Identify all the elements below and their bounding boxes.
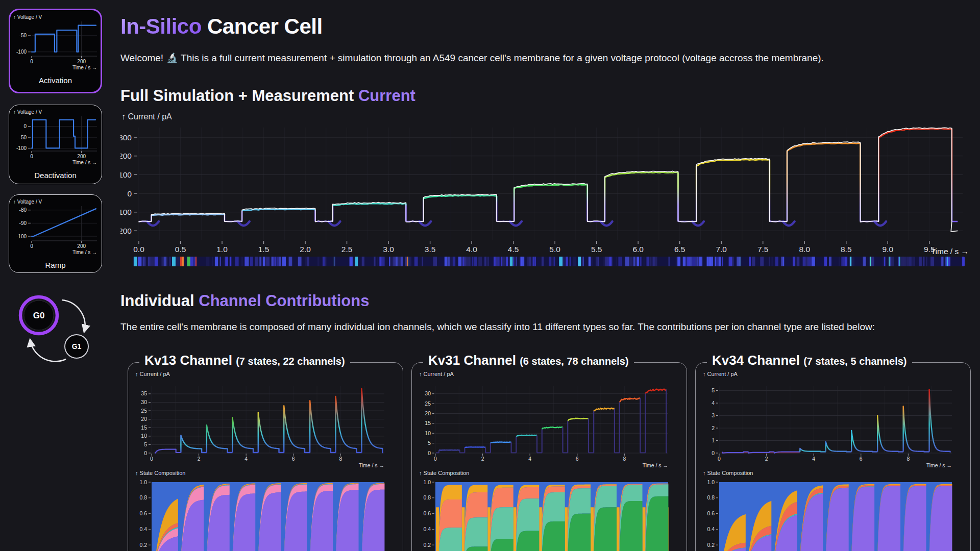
channel-current-ylabel: ↑ Current / pA (703, 371, 738, 377)
svg-text:6.0: 6.0 (632, 245, 644, 254)
svg-text:G0: G0 (33, 311, 45, 320)
svg-text:35: 35 (141, 390, 147, 396)
svg-text:2: 2 (712, 425, 715, 431)
protocol-card-activation[interactable]: ↑ Voltage / V-50-1000200Time / s → Activ… (9, 9, 102, 93)
svg-text:0.8: 0.8 (423, 494, 431, 500)
svg-text:Time / s →: Time / s → (72, 160, 97, 165)
app-root: ↑ Voltage / V-50-1000200Time / s → Activ… (0, 0, 980, 551)
kv13-state-composition-chart: 1.00.80.60.40.2 (129, 478, 403, 551)
svg-text:100: 100 (120, 170, 132, 179)
svg-text:8: 8 (623, 456, 626, 462)
svg-text:8: 8 (906, 456, 910, 462)
svg-text:Time / s →: Time / s → (72, 65, 97, 70)
svg-text:0: 0 (30, 59, 33, 64)
protocol-label: Activation (39, 76, 72, 85)
svg-text:1.0: 1.0 (707, 479, 715, 485)
svg-text:7.5: 7.5 (757, 245, 769, 254)
svg-text:3: 3 (712, 412, 715, 418)
svg-text:0: 0 (718, 456, 721, 462)
svg-text:1.0: 1.0 (216, 245, 228, 254)
svg-text:Time / s →: Time / s → (359, 462, 384, 468)
welcome-text: Welcome! 🔬 This is a full current measur… (120, 52, 824, 64)
svg-text:0: 0 (30, 243, 33, 249)
svg-text:-50: -50 (19, 33, 27, 38)
svg-text:8.0: 8.0 (799, 245, 810, 254)
svg-text:-100: -100 (16, 234, 27, 239)
svg-text:1.0: 1.0 (139, 479, 147, 485)
svg-text:2: 2 (765, 456, 768, 462)
svg-text:0.2: 0.2 (423, 542, 431, 548)
svg-text:0.6: 0.6 (707, 510, 715, 516)
svg-text:-50: -50 (19, 135, 27, 140)
svg-text:Time / s →: Time / s → (72, 249, 97, 255)
svg-text:-80: -80 (19, 207, 27, 213)
main-current-chart: 30020010001002000.00.51.01.52.02.53.03.5… (120, 116, 976, 255)
svg-text:7.0: 7.0 (716, 245, 727, 254)
svg-text:4: 4 (528, 456, 531, 462)
svg-text:0: 0 (434, 456, 437, 462)
svg-text:2.0: 2.0 (300, 245, 311, 254)
svg-text:0: 0 (150, 456, 153, 462)
svg-text:Time / s →: Time / s → (643, 462, 668, 468)
svg-text:0.0: 0.0 (133, 245, 144, 254)
svg-text:10: 10 (425, 430, 431, 436)
svg-text:20: 20 (141, 416, 147, 422)
svg-text:0.4: 0.4 (423, 526, 431, 532)
svg-text:5: 5 (712, 387, 715, 393)
svg-text:100: 100 (120, 208, 132, 216)
channel-card-kv13: Kv13 Channel (7 states, 22 channels) ↑ C… (128, 362, 403, 551)
cell-cycle-diagram[interactable]: G0G1 (13, 292, 101, 369)
svg-text:↑ Voltage / V: ↑ Voltage / V (13, 109, 42, 115)
channel-card-title: Kv34 Channel (7 states, 5 channels) (707, 353, 912, 368)
svg-text:5: 5 (144, 441, 147, 447)
svg-text:0.8: 0.8 (707, 494, 715, 500)
kv31-state-composition-chart: 1.00.80.60.40.2 (413, 478, 687, 551)
channel-state-ylabel: ↑ State Composition (703, 470, 753, 476)
svg-text:8: 8 (339, 456, 342, 462)
channel-card-title: Kv31 Channel (6 states, 78 channels) (423, 353, 634, 368)
svg-text:0.8: 0.8 (139, 494, 147, 500)
svg-text:-90: -90 (19, 220, 27, 226)
svg-text:10: 10 (141, 433, 147, 439)
svg-text:0.2: 0.2 (139, 542, 147, 548)
svg-text:Time / s →: Time / s → (931, 247, 969, 255)
svg-text:300: 300 (120, 133, 132, 142)
svg-text:↑ Voltage / V: ↑ Voltage / V (13, 14, 42, 20)
svg-text:0.6: 0.6 (423, 510, 431, 516)
svg-text:6.5: 6.5 (674, 245, 685, 254)
deactivation-thumbnail-chart: ↑ Voltage / V0-50-1000200Time / s → (11, 108, 100, 170)
section-heading-contributions: Individual Channel Contributions (120, 292, 369, 310)
svg-text:20: 20 (425, 410, 431, 416)
ramp-thumbnail-chart: ↑ Voltage / V-80-90-1000200Time / s → (11, 198, 100, 260)
svg-text:0: 0 (428, 450, 431, 456)
svg-text:30: 30 (425, 390, 431, 396)
svg-text:200: 200 (120, 152, 132, 160)
channel-cards-row: Kv13 Channel (7 states, 22 channels) ↑ C… (128, 362, 971, 551)
kv34-current-chart: 54321002468Time / s → (697, 378, 970, 469)
svg-text:1: 1 (712, 437, 715, 443)
protocol-card-ramp[interactable]: ↑ Voltage / V-80-90-1000200Time / s → Ra… (9, 194, 102, 273)
svg-text:6: 6 (292, 456, 295, 462)
svg-text:200: 200 (77, 154, 86, 159)
protocol-card-deactivation[interactable]: ↑ Voltage / V0-50-1000200Time / s → Deac… (9, 105, 102, 184)
svg-text:25: 25 (141, 408, 147, 414)
svg-text:200: 200 (77, 243, 86, 249)
svg-text:Time / s →: Time / s → (926, 462, 952, 468)
activation-thumbnail-chart: ↑ Voltage / V-50-1000200Time / s → (11, 13, 100, 76)
svg-text:200: 200 (120, 227, 132, 235)
svg-text:4.0: 4.0 (466, 245, 477, 254)
channel-card-title: Kv13 Channel (7 states, 22 channels) (139, 353, 350, 368)
svg-text:200: 200 (77, 59, 86, 64)
svg-text:4: 4 (812, 456, 815, 462)
svg-text:0.4: 0.4 (707, 526, 715, 532)
page-title: In-Silico Cancer Cell (120, 14, 323, 39)
svg-text:30: 30 (141, 399, 147, 405)
svg-text:0: 0 (712, 450, 715, 456)
kv34-state-composition-chart: 1.00.80.60.40.2 (697, 478, 970, 551)
svg-text:1.5: 1.5 (258, 245, 270, 254)
page-title-rest: Cancer Cell (202, 14, 323, 38)
svg-text:0.4: 0.4 (139, 526, 147, 532)
section-heading-simulation: Full Simulation + Measurement Current (120, 87, 415, 105)
svg-text:0: 0 (30, 154, 33, 159)
contributions-description: The entire cell's membrane is composed o… (120, 321, 875, 333)
